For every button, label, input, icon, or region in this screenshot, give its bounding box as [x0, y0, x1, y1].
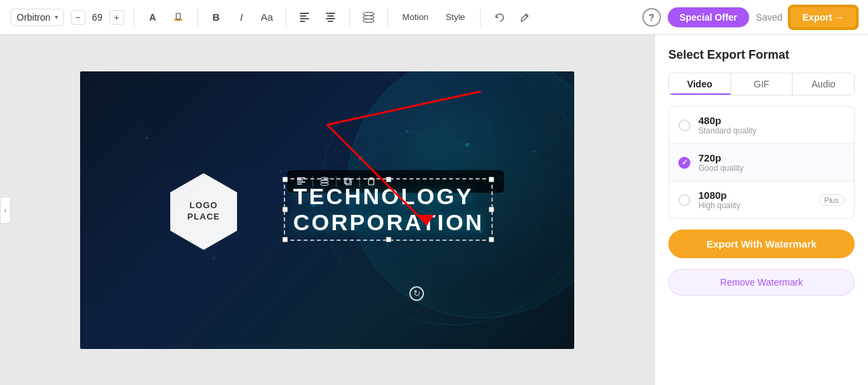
- undo-icon[interactable]: [490, 8, 509, 27]
- svg-rect-5: [326, 13, 335, 14]
- text-line2: CORPORATION: [293, 210, 483, 236]
- text-line1: TECHNOLOGY: [293, 183, 483, 210]
- canvas-area: ‹: [0, 35, 868, 385]
- export-panel: Select Export Format Video GIF Audio 480…: [654, 35, 868, 385]
- font-size-increase-button[interactable]: +: [110, 10, 124, 25]
- tab-audio[interactable]: Audio: [793, 73, 854, 95]
- quality-480p-name: 480p: [698, 115, 845, 126]
- svg-rect-4: [300, 21, 305, 22]
- divider-2: [197, 8, 198, 27]
- quality-480p-info: 480p Standard quality: [698, 115, 845, 135]
- saved-status: Saved: [756, 12, 783, 23]
- quality-720p-desc: Good quality: [698, 163, 845, 173]
- font-chevron-icon: ▾: [55, 13, 58, 21]
- divider-5: [387, 8, 388, 27]
- divider-4: [349, 8, 350, 27]
- quality-options: 480p Standard quality 720p Good quality …: [668, 106, 855, 219]
- svg-rect-3: [300, 18, 309, 19]
- bold-button[interactable]: B: [207, 8, 226, 27]
- svg-rect-8: [328, 21, 333, 22]
- left-panel-toggle[interactable]: ‹: [0, 197, 11, 224]
- logo-hexagon: LOGO PLACE: [170, 173, 244, 247]
- sel-handle-tl: [282, 177, 288, 182]
- align-left-icon[interactable]: [296, 8, 314, 27]
- motion-button[interactable]: Motion: [397, 9, 434, 25]
- canvas-wrapper: LOGO PLACE: [0, 35, 654, 385]
- sel-handle-mr: [489, 207, 494, 212]
- quality-720p-info: 720p Good quality: [698, 152, 845, 173]
- svg-point-10: [363, 15, 374, 19]
- brush-icon[interactable]: [515, 8, 534, 27]
- text-element[interactable]: TECHNOLOGY CORPORATION: [284, 178, 493, 241]
- quality-1080p-desc: High quality: [698, 201, 811, 210]
- special-offer-button[interactable]: Special Offer: [668, 7, 749, 27]
- divider-3: [286, 8, 286, 27]
- text-style-button[interactable]: Aa: [258, 8, 276, 27]
- quality-1080p-info: 1080p High quality: [698, 189, 811, 210]
- svg-line-32: [407, 131, 467, 145]
- canvas-frame[interactable]: LOGO PLACE: [80, 71, 574, 349]
- radio-720p: [678, 157, 690, 169]
- quality-480p-desc: Standard quality: [698, 126, 845, 135]
- font-size-value: 69: [88, 12, 107, 23]
- svg-line-31: [361, 131, 407, 158]
- svg-line-40: [467, 145, 534, 151]
- font-size-decrease-button[interactable]: −: [71, 10, 85, 25]
- sel-handle-bm: [386, 237, 391, 242]
- svg-rect-7: [326, 18, 335, 19]
- help-button[interactable]: ?: [642, 8, 661, 27]
- format-tabs: Video GIF Audio: [668, 73, 855, 95]
- svg-point-11: [363, 12, 374, 15]
- sel-handle-bl: [282, 237, 288, 242]
- hex-shape: LOGO PLACE: [170, 173, 237, 250]
- svg-rect-2: [300, 15, 306, 17]
- plus-badge: Plus: [819, 194, 845, 206]
- svg-rect-1: [300, 13, 309, 14]
- sel-handle-ml: [282, 207, 288, 212]
- svg-point-9: [363, 19, 374, 22]
- quality-1080p-name: 1080p: [698, 189, 811, 201]
- italic-button[interactable]: B I: [232, 8, 251, 27]
- highlight-icon[interactable]: [169, 8, 188, 27]
- font-size-control: − 69 +: [71, 10, 124, 25]
- radio-1080p: [678, 194, 690, 206]
- panel-title: Select Export Format: [668, 48, 855, 62]
- divider-6: [480, 8, 481, 27]
- export-watermark-button[interactable]: Export With Watermark: [668, 230, 855, 258]
- font-selector[interactable]: Orbitron ▾: [11, 9, 64, 26]
- layers-icon[interactable]: [359, 8, 378, 27]
- sel-handle-br: [489, 237, 494, 242]
- font-name-label: Orbitron: [17, 12, 51, 23]
- tab-video[interactable]: Video: [669, 73, 731, 95]
- quality-1080p[interactable]: 1080p High quality Plus: [668, 181, 855, 219]
- quality-720p[interactable]: 720p Good quality: [668, 144, 855, 181]
- svg-line-39: [280, 158, 361, 171]
- svg-rect-6: [327, 15, 334, 17]
- quality-720p-name: 720p: [698, 152, 845, 163]
- style-button[interactable]: Style: [441, 9, 471, 25]
- tab-gif[interactable]: GIF: [731, 73, 793, 95]
- sel-handle-tm: [386, 177, 391, 182]
- quality-480p[interactable]: 480p Standard quality: [668, 106, 855, 144]
- radio-480p: [678, 119, 690, 131]
- export-button[interactable]: Export →: [789, 6, 857, 29]
- rotate-handle[interactable]: ↻: [409, 286, 424, 301]
- sel-handle-tr: [489, 177, 494, 182]
- top-right-area: ? Special Offer Saved Export →: [642, 0, 868, 35]
- align-center-icon[interactable]: [321, 8, 340, 27]
- divider-1: [134, 8, 134, 27]
- main-toolbar: Orbitron ▾ − 69 + A B B I Aa: [0, 0, 868, 35]
- font-color-icon[interactable]: A: [144, 8, 162, 27]
- remove-watermark-button[interactable]: Remove Watermark: [668, 269, 855, 296]
